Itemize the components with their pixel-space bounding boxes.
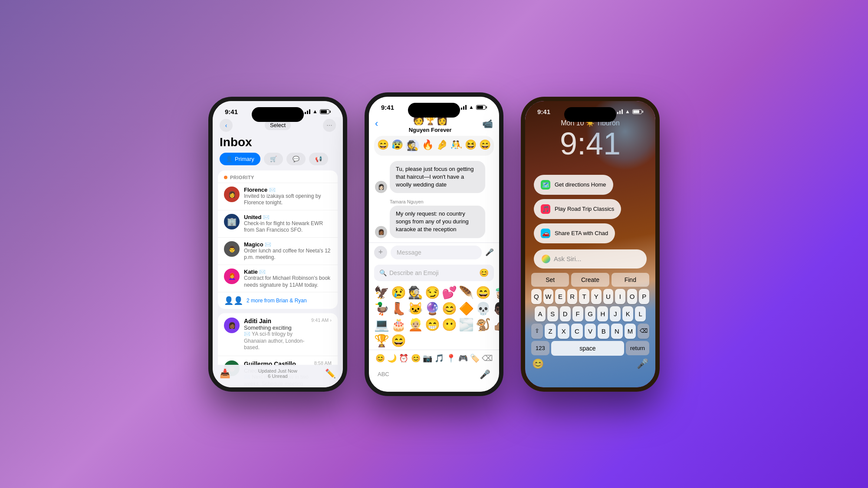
message-input[interactable]: Message [391, 246, 482, 259]
key-l[interactable]: L [635, 306, 646, 321]
emoji-grid-25[interactable]: 🏆 [374, 334, 389, 348]
key-y[interactable]: Y [591, 289, 602, 304]
emoji-grid-4[interactable]: 😏 [425, 285, 440, 300]
emoji-grid-16[interactable]: 👨🏿 [493, 301, 499, 316]
key-r[interactable]: R [567, 289, 578, 304]
tool-tag[interactable]: 🏷️ [470, 354, 480, 363]
key-o[interactable]: O [627, 289, 638, 304]
emoji-grid-22[interactable]: 🌫️ [459, 318, 474, 332]
tab-primary[interactable]: 👤 Primary [220, 153, 260, 165]
kb-find-key[interactable]: Find [612, 273, 649, 287]
key-w[interactable]: W [543, 289, 554, 304]
emoji-grid-21[interactable]: 😶 [442, 318, 457, 332]
key-e[interactable]: E [555, 289, 566, 304]
suggestion-directions[interactable]: 🗺️ Get directions Home [534, 175, 613, 195]
key-i[interactable]: I [615, 289, 625, 304]
suggestion-music[interactable]: 🎵 Play Road Trip Classics [534, 199, 621, 219]
key-p[interactable]: P [639, 289, 649, 304]
key-t[interactable]: T [579, 289, 589, 304]
key-return[interactable]: return [626, 341, 649, 355]
emoji-grid-11[interactable]: 🐱 [408, 301, 423, 316]
tool-camera[interactable]: 📷 [423, 354, 432, 363]
key-c[interactable]: C [571, 324, 583, 339]
emoji-grin[interactable]: 😄 [377, 139, 389, 152]
emoji-grid-10[interactable]: 👢 [391, 301, 406, 316]
messages-back-button[interactable]: ‹ [375, 118, 378, 129]
tool-moon[interactable]: 🌙 [387, 354, 397, 363]
emoji-grid-6[interactable]: 🪶 [459, 285, 474, 300]
emoji-sweat[interactable]: 😰 [391, 139, 403, 152]
siri-input-bar[interactable]: Ask Siri... [534, 249, 647, 269]
tab-transactions[interactable]: 💬 [286, 153, 306, 165]
key-shift[interactable]: ⇧ [531, 324, 543, 339]
emoji-grid-23[interactable]: 🐒 [476, 318, 491, 332]
emoji-grid-14[interactable]: 🔶 [459, 301, 474, 316]
emoji-search-bar[interactable]: 🔍 Describe an Emoji 😊 [374, 265, 494, 281]
key-g[interactable]: G [585, 306, 596, 321]
key-f[interactable]: F [572, 306, 583, 321]
key-123[interactable]: 123 [531, 341, 549, 355]
mail-item-united[interactable]: 🏢 United ✉️ Check-in for flight to Newar… [218, 210, 338, 237]
tool-music[interactable]: 🎵 [434, 354, 444, 363]
mail-item-florence[interactable]: 👩 Florence ✉️ Invited to izakaya soft op… [218, 183, 338, 210]
tool-game[interactable]: 🎮 [458, 354, 468, 363]
emoji-grid-13[interactable]: 😊 [442, 301, 457, 316]
emoji-key[interactable]: 😊 [532, 358, 544, 370]
emoji-fire[interactable]: 🔥 [422, 139, 434, 152]
tool-delete[interactable]: ⌫ [482, 354, 493, 363]
emoji-grid-20[interactable]: 😁 [425, 318, 440, 332]
tool-emoji[interactable]: 😊 [375, 354, 385, 363]
emoji-suggest[interactable]: 😄 [479, 139, 491, 152]
key-s[interactable]: S [547, 306, 558, 321]
emoji-grid-15[interactable]: 💀 [476, 301, 491, 316]
key-b[interactable]: B [598, 324, 609, 339]
tab-promotions[interactable]: 📢 [309, 153, 328, 165]
emoji-grid-5[interactable]: 💕 [442, 285, 457, 300]
tool-face[interactable]: 😊 [411, 354, 421, 363]
video-call-button[interactable]: 📹 [482, 118, 493, 129]
emoji-grid-18[interactable]: 🎂 [391, 318, 406, 332]
key-q[interactable]: Q [531, 289, 542, 304]
key-h[interactable]: H [597, 306, 608, 321]
key-backspace[interactable]: ⌫ [638, 324, 649, 339]
compose-icon[interactable]: ✏️ [325, 368, 336, 379]
mail-item-magico[interactable]: 👨 Magico ✉️ Order lunch and coffee for N… [218, 237, 338, 265]
emoji-wrestle[interactable]: 🤼 [450, 139, 462, 152]
mail-item-katie[interactable]: 👩‍🦰 Katie ✉️ Contract for Michael Robins… [218, 265, 338, 292]
add-attachment-button[interactable]: + [374, 246, 387, 259]
mic-key[interactable]: 🎤 [637, 358, 648, 370]
key-j[interactable]: J [610, 306, 621, 321]
tab-shopping[interactable]: 🛒 [264, 153, 283, 165]
tool-location[interactable]: 📍 [446, 354, 456, 363]
key-a[interactable]: A [535, 306, 546, 321]
mail-item-aditi[interactable]: 👩🏾 Aditi Jain Something exciting ✉️ YA s… [218, 313, 338, 356]
emoji-grid-17[interactable]: 💻 [374, 318, 389, 332]
key-n[interactable]: N [611, 324, 623, 339]
more-button[interactable]: ··· [323, 119, 336, 132]
key-m[interactable]: M [625, 324, 636, 339]
emoji-grid-7[interactable]: 😄 [476, 285, 491, 300]
back-button[interactable]: ‹ [220, 119, 233, 132]
key-x[interactable]: X [558, 324, 569, 339]
emoji-grid-24[interactable]: 👍🏽 [493, 318, 499, 332]
emoji-grid-12[interactable]: 🔮 [425, 301, 440, 316]
suggestion-share-eta[interactable]: 🚗 Share ETA with Chad [534, 223, 615, 243]
emoji-grid-8[interactable]: 🧋 [493, 285, 499, 300]
emoji-grid-2[interactable]: 😢 [391, 285, 406, 300]
emoji-suggest-button[interactable]: 😊 [479, 268, 489, 278]
key-k[interactable]: K [622, 306, 633, 321]
key-v[interactable]: V [585, 324, 596, 339]
key-u[interactable]: U [603, 289, 614, 304]
kb-set-key[interactable]: Set [531, 273, 569, 287]
voice-input-button[interactable]: 🎤 [485, 248, 494, 256]
emoji-grid-9[interactable]: 🦆 [374, 301, 389, 316]
kb-create-key[interactable]: Create [571, 273, 609, 287]
inbox-icon[interactable]: 📥 [220, 368, 230, 379]
key-space[interactable]: space [551, 341, 624, 356]
key-d[interactable]: D [560, 306, 571, 321]
more-row[interactable]: 👤👤 2 more from Brian & Ryan [218, 292, 338, 309]
emoji-grid-19[interactable]: 👱🏼 [408, 318, 423, 332]
emoji-grid-3[interactable]: 🕵️ [408, 285, 423, 300]
key-z[interactable]: Z [545, 324, 556, 339]
emoji-pinch[interactable]: 🤌 [436, 139, 448, 152]
